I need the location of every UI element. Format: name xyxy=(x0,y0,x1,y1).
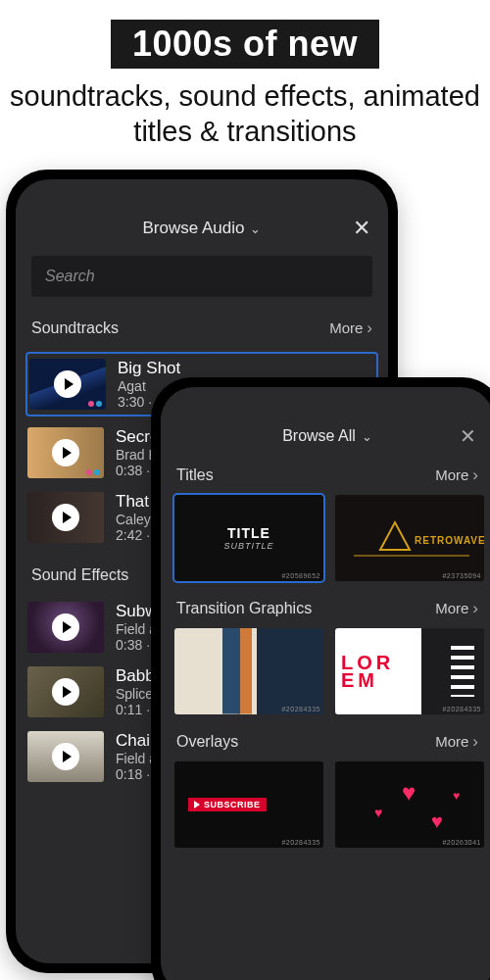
svg-text:RETROWAVE: RETROWAVE xyxy=(415,535,484,546)
svg-marker-0 xyxy=(380,522,410,550)
title-card[interactable]: RETROWAVE #23735094 xyxy=(335,495,484,581)
heart-icon: ♥ xyxy=(402,779,416,807)
track-title: Big Shot xyxy=(118,359,180,378)
chevron-down-icon: ⌄ xyxy=(362,429,372,444)
more-button[interactable]: More› xyxy=(435,466,478,485)
section-title: Transition Graphics xyxy=(176,600,312,617)
section-title: Soundtracks xyxy=(31,319,119,337)
search-input[interactable]: Search xyxy=(31,256,372,297)
subscribe-badge: SUBSCRIBE xyxy=(188,798,267,811)
lorem-text: LOR EM xyxy=(341,654,394,689)
section-soundtracks: Soundtracks More› xyxy=(16,311,388,348)
banner-subtitle: soundtracks, sound effects, animated tit… xyxy=(0,78,490,150)
section-transitions: Transition Graphics More› xyxy=(161,591,490,628)
section-title: Titles xyxy=(176,466,214,484)
track-thumb[interactable] xyxy=(27,427,104,478)
close-icon[interactable]: ✕ xyxy=(460,424,476,448)
transition-card[interactable]: LOR EM #20284335 xyxy=(335,628,484,714)
track-thumb[interactable] xyxy=(27,731,104,782)
section-titles: Titles More› xyxy=(161,458,490,495)
title-main: TITLE xyxy=(227,525,270,541)
track-thumb[interactable] xyxy=(29,359,106,410)
phone-browse-all: Browse All⌄ ✕ Titles More› TITLE SUBTITL… xyxy=(151,377,490,981)
heart-icon: ♥ xyxy=(374,805,382,820)
banner-highlight: 1000s of new xyxy=(111,20,379,69)
overlay-card[interactable]: ♥ ♥ ♥ ♥ #20263041 xyxy=(335,761,484,848)
close-icon[interactable]: ✕ xyxy=(353,216,370,241)
section-title: Sound Effects xyxy=(31,566,128,584)
transition-card[interactable]: #20284335 xyxy=(174,628,323,714)
title-card[interactable]: TITLE SUBTITLE #20589652 xyxy=(174,495,323,581)
header-bar: Browse All⌄ ✕ xyxy=(161,415,490,458)
header-title[interactable]: Browse All⌄ xyxy=(282,427,372,445)
play-icon[interactable] xyxy=(52,613,79,641)
chevron-down-icon: ⌄ xyxy=(250,221,261,236)
chevron-right-icon: › xyxy=(472,599,478,618)
chevron-right-icon: › xyxy=(472,732,478,752)
track-thumb[interactable] xyxy=(27,602,104,653)
play-icon[interactable] xyxy=(52,439,79,466)
play-icon[interactable] xyxy=(52,678,79,706)
heart-icon: ♥ xyxy=(453,789,460,803)
play-icon[interactable] xyxy=(54,370,81,398)
track-thumb[interactable] xyxy=(27,666,104,717)
section-overlays: Overlays More› xyxy=(161,724,490,761)
more-button[interactable]: More› xyxy=(329,318,372,338)
section-title: Overlays xyxy=(176,733,238,751)
track-thumb[interactable] xyxy=(27,492,104,543)
chevron-right-icon: › xyxy=(367,318,372,338)
chevron-right-icon: › xyxy=(472,466,478,485)
play-icon[interactable] xyxy=(52,504,79,531)
heart-icon: ♥ xyxy=(431,810,443,833)
title-sub: SUBTITLE xyxy=(223,541,273,551)
overlay-card[interactable]: SUBSCRIBE #20284335 xyxy=(174,761,323,848)
play-icon[interactable] xyxy=(52,743,79,770)
promo-banner: 1000s of new soundtracks, sound effects,… xyxy=(0,0,490,158)
header-bar: Browse Audio⌄ ✕ xyxy=(16,207,388,250)
more-button[interactable]: More› xyxy=(435,599,478,618)
header-title[interactable]: Browse Audio⌄ xyxy=(143,219,262,238)
retrowave-icon: RETROWAVE xyxy=(346,509,473,567)
more-button[interactable]: More› xyxy=(435,732,478,752)
